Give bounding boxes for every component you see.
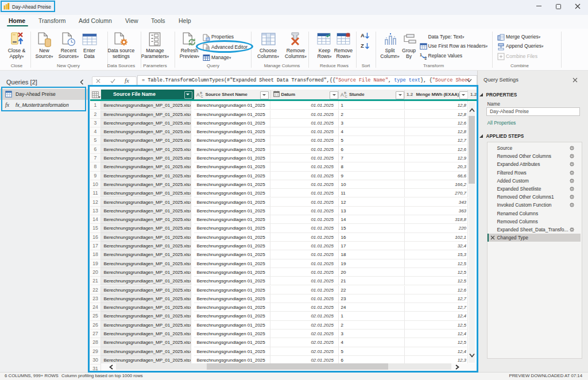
svg-text:A: A [361, 32, 365, 38]
svg-text:2: 2 [425, 56, 427, 60]
svg-text:1: 1 [420, 53, 422, 57]
svg-text:Z: Z [361, 42, 364, 49]
